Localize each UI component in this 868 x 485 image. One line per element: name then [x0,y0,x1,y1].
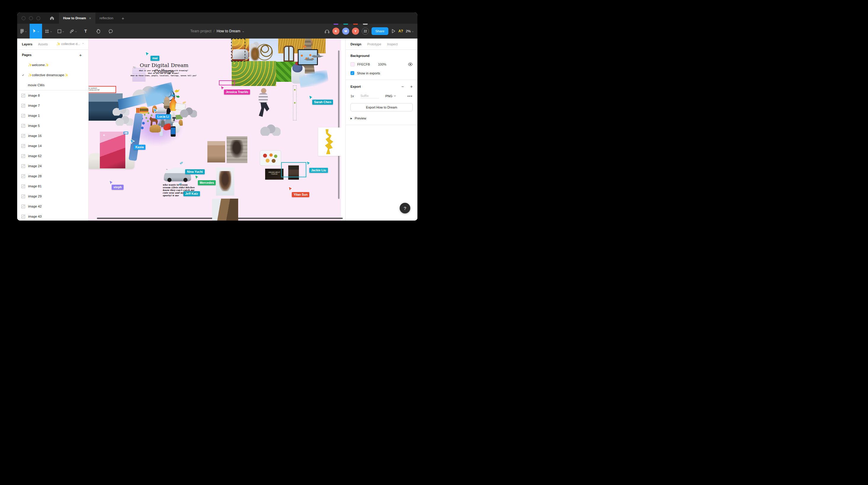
lunch-tray-food[interactable] [261,152,279,164]
viewer-count-badge[interactable]: 22 [362,28,369,35]
layer-row[interactable]: image 62 [17,151,88,161]
fast-food-fries[interactable] [136,108,140,113]
tab-design[interactable]: Design [350,42,362,46]
missing-fonts-badge[interactable]: A? [398,29,403,33]
runner-boy-head[interactable] [261,88,266,93]
remove-export-button[interactable]: − [401,84,404,89]
dog-lying[interactable] [150,124,161,133]
avatar[interactable]: Y [352,28,359,35]
layer-row[interactable]: image 7 [17,101,88,111]
photo-dirt-pile-snow[interactable] [212,199,238,221]
traffic-light-close-button[interactable] [22,16,26,20]
cloud-under-runner[interactable] [259,124,281,136]
anime-sparkle[interactable]: ✦ [102,133,106,138]
chevron-up-icon[interactable]: ⌃ [82,43,84,46]
share-button[interactable]: Share [371,27,389,35]
page-item[interactable]: movie CWs [17,80,88,90]
tab-prototype[interactable]: Prototype [367,42,381,46]
tab-close-icon[interactable]: × [89,16,91,21]
fast-food-burger[interactable] [138,107,148,114]
layer-row[interactable]: image 43 [17,211,88,221]
figure-3d-boy[interactable] [164,97,170,109]
file-tab[interactable]: How to Dream× [59,12,95,24]
avatar[interactable]: M [342,28,349,35]
window-controls[interactable] [17,12,45,24]
layer-row[interactable]: image 29 [17,191,88,201]
layer-row[interactable]: image 16 [17,131,88,141]
comment-tool-button[interactable] [104,24,117,38]
present-play-icon[interactable] [391,29,396,33]
color-hex-value[interactable]: FFECFB [357,62,376,66]
layer-row[interactable]: image 42 [17,201,88,211]
selection-rect-jackie[interactable] [281,162,306,177]
dreams-about-your-ex-card[interactable]: DREAMS ABOUT YOUR EX. [265,169,283,180]
bird-green[interactable] [176,95,180,98]
layer-row[interactable]: image 24 [17,161,88,171]
export-suffix-input[interactable] [361,93,379,98]
add-export-button[interactable]: + [410,84,413,89]
export-more-options-button[interactable]: ••• [407,94,413,98]
dirt-hand-in-snow[interactable] [219,171,231,191]
fig-note-label[interactable]: fig... [133,66,145,68]
file-tab[interactable]: reflection [95,12,118,24]
clipped-caption[interactable]: ko narahashi f asleep and half [89,86,116,93]
runner-boy-shirt[interactable] [259,93,268,104]
help-button[interactable]: ? [400,203,410,213]
avatar[interactable]: K [332,28,340,35]
audio-headphones-icon[interactable] [324,29,330,34]
layer-row[interactable]: image 5 [17,121,88,131]
price-tag-strip[interactable] [293,85,297,120]
traffic-light-zoom-button[interactable] [36,16,40,20]
color-swatch[interactable] [350,62,354,66]
photo-flower-field[interactable] [232,61,276,86]
add-page-button[interactable]: + [79,53,82,58]
photo-window-frame[interactable] [283,46,294,62]
frame-tool-button[interactable]: ⌄ [42,24,55,38]
home-button[interactable] [45,12,59,24]
runner-boy-legs[interactable] [257,103,269,117]
export-format-dropdown[interactable]: PNG [385,94,396,98]
chevron-down-icon[interactable]: ⌄ [242,30,245,33]
show-in-exports-checkbox[interactable]: ✓ [350,71,354,75]
layer-row[interactable]: image 28 [17,171,88,181]
selection-marching-ants[interactable] [231,38,245,62]
collage-subtitle[interactable]: What is your personal relationship with … [126,69,200,77]
main-menu-button[interactable]: ⌄ [17,24,30,38]
selection-rect-jessica[interactable] [219,80,235,85]
zoom-level-control[interactable]: 2% ⌄ [406,29,414,33]
color-opacity-value[interactable]: 100% [378,62,386,66]
tab-assets[interactable]: Assets [38,42,48,46]
iphone[interactable] [170,126,176,137]
selection-rect-kasia[interactable] [124,132,128,134]
photo-hands-holding[interactable] [207,141,225,163]
breadcrumb-project[interactable]: Team project [190,29,212,33]
text-tool-button[interactable]: T [80,24,92,38]
fish-tank-goldfish[interactable] [300,53,315,62]
export-scale-value[interactable]: 1x [350,94,354,98]
tiny-note[interactable]: m. [166,168,170,170]
dirt-hand-on-brick[interactable] [230,140,244,158]
mercedes-wheel-left[interactable] [167,178,172,182]
layer-row[interactable]: image 81 [17,181,88,191]
pencil-cursor-teal-upper[interactable]: ✏ [178,159,186,167]
preview-row[interactable]: ▶ Preview [350,116,413,120]
visibility-eye-icon[interactable] [408,62,413,66]
hand-tool-button[interactable] [92,24,104,38]
page-item[interactable]: ✓✨collective dreamscape✨ [17,70,88,80]
page-selector[interactable]: ✨ collective d... [56,42,80,46]
layer-row[interactable]: image 8 [17,90,88,101]
traffic-light-minimize-button[interactable] [29,16,33,20]
mercedes-wheel-right[interactable] [183,178,188,182]
vertical-scrollbar[interactable] [338,50,340,199]
tab-layers[interactable]: Layers [22,42,32,46]
move-tool-button[interactable]: ⌄ [30,24,42,38]
canvas-viewport[interactable]: ✏✦✏✏Our Digital Dream CollageWhat is you… [89,38,345,221]
cloud-small-b[interactable] [114,116,133,126]
shape-tool-button[interactable]: ⌄ [55,24,67,38]
export-frame-button[interactable]: Export How to Dream [350,103,413,111]
pen-tool-button[interactable]: ⌄ [67,24,80,38]
page-item[interactable]: ✨welcome✨ [17,60,88,70]
layer-row[interactable]: image 14 [17,141,88,151]
frame-how-to-dream[interactable]: ✏✦✏✏Our Digital Dream CollageWhat is you… [89,38,341,221]
tab-inspect[interactable]: Inspect [387,42,398,46]
